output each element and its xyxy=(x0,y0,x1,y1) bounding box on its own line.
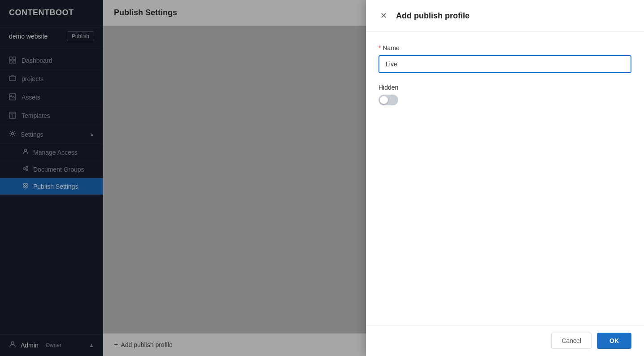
ok-button[interactable]: OK xyxy=(597,333,631,349)
modal: ✕ Add publish profile * Name Hidden xyxy=(366,0,644,356)
cancel-button[interactable]: Cancel xyxy=(551,333,592,349)
hidden-label-text: Hidden xyxy=(379,84,398,91)
close-button[interactable]: ✕ xyxy=(379,9,389,22)
required-star: * xyxy=(379,44,381,52)
name-label: * Name xyxy=(379,44,631,52)
name-field: * Name xyxy=(379,44,631,73)
modal-header: ✕ Add publish profile xyxy=(366,0,644,32)
modal-overlay: ✕ Add publish profile * Name Hidden xyxy=(0,0,644,356)
modal-footer: Cancel OK xyxy=(366,325,644,356)
toggle-container xyxy=(379,95,631,105)
hidden-toggle[interactable] xyxy=(379,95,398,105)
hidden-field: Hidden xyxy=(379,84,631,105)
modal-body: * Name Hidden xyxy=(366,32,644,325)
hidden-label: Hidden xyxy=(379,84,631,91)
modal-title: Add publish profile xyxy=(396,11,470,21)
name-input[interactable] xyxy=(379,55,631,73)
name-label-text: Name xyxy=(383,44,399,52)
